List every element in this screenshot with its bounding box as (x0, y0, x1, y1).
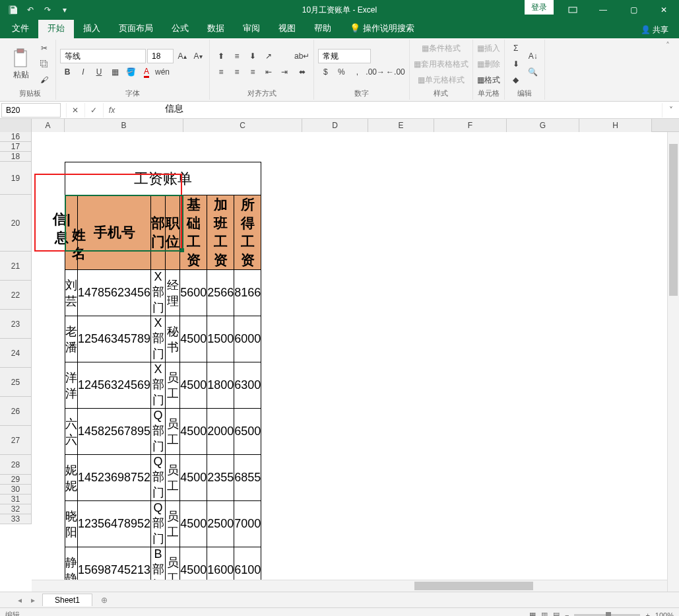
sort-filter-icon[interactable]: A↓ (526, 49, 540, 63)
cell[interactable]: X部门 (151, 270, 166, 316)
row-header[interactable]: 30 (0, 485, 32, 495)
align-bottom-icon[interactable]: ⬇ (245, 49, 260, 63)
cell[interactable]: 8166 (234, 270, 261, 316)
cell[interactable]: 14582567895 (78, 409, 151, 455)
copy-icon[interactable]: ⿻ (37, 57, 51, 71)
view-normal-icon[interactable]: ▦ (529, 611, 536, 616)
cell[interactable]: 14523698752 (78, 455, 151, 501)
collapse-ribbon-icon[interactable]: ˄ (666, 41, 676, 51)
column-header-cell[interactable]: 加班工资 (207, 195, 234, 270)
fill-icon[interactable]: ⬇ (509, 57, 523, 71)
cell[interactable]: 2566 (207, 270, 234, 316)
column-header[interactable]: E (368, 119, 434, 132)
cell[interactable]: X部门 (151, 362, 166, 409)
cell[interactable]: 2355 (207, 455, 234, 501)
column-header[interactable]: D (302, 119, 368, 132)
expand-formula-icon[interactable]: ˅ (662, 103, 679, 118)
cell[interactable]: 2000 (207, 409, 234, 455)
tell-me[interactable]: 💡 操作说明搜索 (340, 18, 424, 38)
cell[interactable]: 员工 (166, 455, 180, 501)
row-header[interactable]: 23 (0, 310, 32, 339)
add-sheet-icon[interactable]: ⊕ (96, 594, 112, 607)
cell[interactable]: 6000 (234, 316, 261, 362)
formula-input[interactable]: 信息 (125, 103, 662, 118)
row-header[interactable]: 27 (0, 426, 32, 455)
tab-insert[interactable]: 插入 (74, 18, 110, 38)
vertical-scrollbar[interactable] (667, 132, 679, 592)
column-header[interactable]: B (65, 119, 183, 132)
dec-decimal-icon[interactable]: ←.00 (386, 65, 405, 79)
sheet-tab[interactable]: Sheet1 (42, 594, 92, 606)
percent-icon[interactable]: % (334, 65, 348, 79)
comma-icon[interactable]: , (350, 65, 364, 79)
row-header[interactable]: 25 (0, 368, 32, 397)
cell[interactable]: 4500 (180, 316, 207, 362)
cell[interactable]: Q部门 (151, 455, 166, 501)
column-header-cell[interactable]: 所得工资 (234, 195, 261, 270)
indent-inc-icon[interactable]: ⇥ (277, 65, 292, 79)
cell[interactable]: 6500 (234, 409, 261, 455)
cell[interactable]: 7000 (234, 501, 261, 547)
cell[interactable]: 员工 (166, 501, 180, 547)
grow-font-icon[interactable]: A▴ (175, 49, 189, 63)
bold-icon[interactable]: B (60, 65, 75, 79)
column-header-cell[interactable]: 基础工资 (180, 195, 207, 270)
row-header[interactable]: 21 (0, 252, 32, 281)
row-header[interactable]: 18 (0, 152, 32, 162)
cell[interactable]: 老潘 (65, 316, 78, 362)
number-format-combo[interactable]: 常规 (318, 49, 371, 63)
share-button[interactable]: 👤 共享 (633, 22, 676, 38)
align-left-icon[interactable]: ≡ (214, 65, 228, 79)
row-header[interactable]: 32 (0, 504, 32, 514)
fill-color-icon[interactable]: 🪣 (123, 65, 138, 79)
cell[interactable]: Q部门 (151, 409, 166, 455)
italic-icon[interactable]: I (76, 65, 90, 79)
cell[interactable]: 六六 (65, 409, 78, 455)
indent-dec-icon[interactable]: ⇤ (261, 65, 276, 79)
format-cells-button[interactable]: ▦ 格式 (477, 73, 500, 87)
sheet-nav-next-icon[interactable]: ▸ (26, 596, 40, 605)
cell[interactable]: 洋洋 (65, 362, 78, 409)
font-color-icon[interactable]: A (139, 65, 154, 79)
paste-button[interactable]: 粘贴 (8, 44, 34, 84)
merge-center-icon[interactable]: ⬌ (294, 65, 309, 79)
column-header[interactable]: F (434, 119, 507, 132)
autosum-icon[interactable]: Σ (509, 41, 523, 55)
cell[interactable]: X部门 (151, 316, 166, 362)
tab-home[interactable]: 开始 (38, 18, 74, 38)
cell[interactable]: 4500 (180, 362, 207, 409)
table-format-button[interactable]: ▦ 套用表格格式 (414, 57, 469, 71)
orientation-icon[interactable]: ↗ (261, 49, 276, 63)
cell[interactable]: 4500 (180, 409, 207, 455)
zoom-slider[interactable] (574, 614, 640, 617)
view-pagebreak-icon[interactable]: ▤ (553, 611, 560, 616)
tab-data[interactable]: 数据 (198, 18, 234, 38)
tab-formulas[interactable]: 公式 (162, 18, 198, 38)
confirm-edit-icon[interactable]: ✓ (84, 103, 102, 118)
align-right-icon[interactable]: ≡ (245, 65, 260, 79)
cond-format-button[interactable]: ▦ 条件格式 (414, 41, 469, 55)
cut-icon[interactable]: ✂ (37, 41, 51, 55)
cell-styles-button[interactable]: ▦ 单元格样式 (414, 73, 469, 87)
format-painter-icon[interactable]: 🖌 (37, 73, 51, 87)
row-header[interactable]: 29 (0, 475, 32, 485)
zoom-level[interactable]: 100% (655, 611, 674, 617)
insert-cells-button[interactable]: ▦ 插入 (477, 41, 500, 55)
save-icon[interactable] (5, 2, 21, 18)
cell[interactable]: 12546345789 (78, 316, 151, 362)
maximize-icon[interactable]: ▢ (618, 0, 649, 20)
qat-customize-icon[interactable]: ▾ (57, 2, 73, 18)
column-header[interactable]: H (579, 119, 652, 132)
align-center-icon[interactable]: ≡ (230, 65, 244, 79)
cell[interactable]: 4500 (180, 501, 207, 547)
cell[interactable]: 经理 (166, 270, 180, 316)
select-all-corner[interactable] (0, 119, 32, 132)
font-size-combo[interactable]: 18 (147, 49, 174, 63)
name-box[interactable]: B20 (1, 103, 61, 118)
tab-help[interactable]: 帮助 (305, 18, 340, 38)
tab-review[interactable]: 审阅 (234, 18, 269, 38)
cell[interactable]: 2500 (207, 501, 234, 547)
cell[interactable]: 1500 (207, 316, 234, 362)
zoom-out-icon[interactable]: − (565, 611, 569, 617)
row-header[interactable]: 26 (0, 397, 32, 426)
